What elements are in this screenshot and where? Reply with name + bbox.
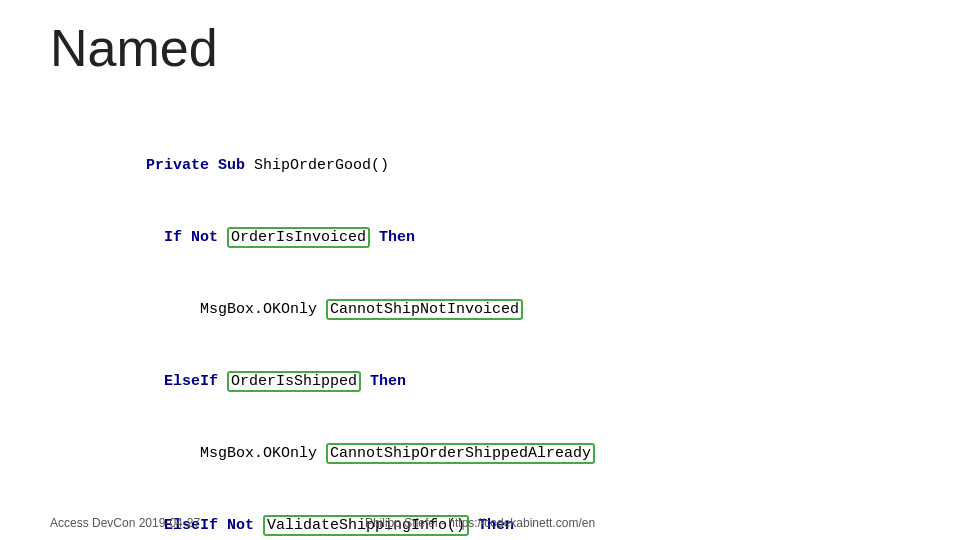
keyword-private: Private	[146, 157, 209, 174]
highlight-orderinvoiced: OrderIsInvoiced	[227, 227, 370, 248]
highlight-cannotship-notinvoiced: CannotShipNotInvoiced	[326, 299, 523, 320]
code-line-3: MsgBox.OKOnly CannotShipNotInvoiced	[110, 274, 595, 346]
keyword-sub: Sub	[218, 157, 245, 174]
code-line-6: ElseIf Not ValidateShippingInfo() Then	[110, 490, 595, 540]
code-line-4: ElseIf OrderIsShipped Then	[110, 346, 595, 418]
keyword-then-1: Then	[379, 229, 415, 246]
keyword-elseif-1: ElseIf	[164, 373, 218, 390]
footer-left: Access DevCon 2019-04-27	[50, 516, 200, 530]
code-line-2: If Not OrderIsInvoiced Then	[110, 202, 595, 274]
highlight-cannotship-shipped: CannotShipOrderShippedAlready	[326, 443, 595, 464]
code-line-1: Private Sub ShipOrderGood()	[110, 130, 595, 202]
keyword-then-2: Then	[370, 373, 406, 390]
page-title: Named	[50, 18, 218, 78]
highlight-orderisshipped: OrderIsShipped	[227, 371, 361, 392]
code-line-5: MsgBox.OKOnly CannotShipOrderShippedAlre…	[110, 418, 595, 490]
footer-center: Philipp Stiefel - https://codekabinett.c…	[365, 516, 595, 530]
keyword-if: If Not	[164, 229, 218, 246]
code-block: Private Sub ShipOrderGood() If Not Order…	[110, 130, 595, 540]
